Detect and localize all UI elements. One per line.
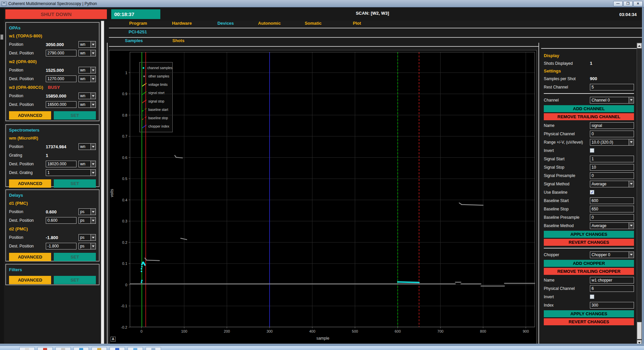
chevron-down-icon[interactable] [91, 67, 96, 73]
chevron-down-icon[interactable] [91, 209, 96, 215]
dock-handle-icon[interactable] [0, 34, 3, 40]
dest-grating-select[interactable]: 1 [46, 169, 96, 176]
signal-method-select[interactable]: Average [590, 181, 634, 187]
units-select[interactable]: wn [78, 75, 96, 82]
advanced-button[interactable]: ADVANCED [9, 253, 51, 261]
physical-channel-input[interactable]: 6 [590, 285, 634, 292]
advanced-button[interactable]: ADVANCED [9, 111, 51, 120]
nav-tab-somatic[interactable]: Somatic [291, 21, 335, 26]
minimize-button[interactable]: — [613, 1, 623, 6]
revert-changes-button[interactable]: REVERT CHANGES [544, 239, 634, 246]
chevron-down-icon[interactable] [91, 243, 96, 249]
baseline-presample-input[interactable]: 0 [590, 214, 634, 221]
apply-changes-button[interactable]: APPLY CHANGES [544, 310, 634, 317]
plot-canvas[interactable]: 010020030040050060070080090010.90.80.70.… [109, 50, 536, 344]
samples-plot[interactable]: sample volts A channel samplesother samp… [109, 50, 537, 345]
chevron-down-icon[interactable] [91, 217, 96, 223]
chopper-select[interactable]: Chopper 0 [590, 251, 634, 258]
tab-shots[interactable]: Shots [172, 38, 184, 43]
taskbar-app-icon[interactable] [37, 347, 53, 350]
rest-channel-input[interactable]: 5 [590, 84, 634, 91]
advanced-button[interactable]: ADVANCED [9, 179, 51, 188]
chevron-down-icon[interactable] [91, 41, 96, 47]
set-button[interactable]: SET [54, 179, 96, 188]
signal-stop-input[interactable]: 10 [590, 164, 634, 171]
chevron-down-icon[interactable] [629, 181, 634, 187]
baseline-stop-input[interactable]: 650 [590, 206, 634, 212]
units-select[interactable]: wn [78, 143, 96, 150]
chevron-down-icon[interactable] [91, 50, 96, 56]
panel-scrollbar[interactable] [637, 43, 642, 346]
chevron-down-icon[interactable] [629, 139, 634, 145]
taskbar-app-icon[interactable] [73, 347, 89, 350]
invert-checkbox[interactable] [590, 148, 594, 153]
add-channel-button[interactable]: ADD CHANNEL [544, 105, 634, 112]
nav-tab-devices[interactable]: Devices [204, 21, 248, 26]
baseline-method-select[interactable]: Average [590, 222, 634, 229]
range-v-uv-level-select[interactable]: 10.0 (320.0) [590, 139, 634, 146]
scroll-up-icon[interactable] [637, 43, 642, 48]
apply-changes-button[interactable]: APPLY CHANGES [544, 231, 634, 238]
sidebar-scrollbar[interactable] [101, 21, 104, 346]
tab-pci-6251[interactable]: PCI-6251 [129, 29, 147, 34]
dest-position-input[interactable]: 0.600 [46, 217, 76, 224]
dest-position-input[interactable]: -1.800 [46, 243, 76, 249]
invert-checkbox[interactable] [590, 295, 594, 299]
remove-trailing-channel-button[interactable]: REMOVE TRAILING CHANNEL [544, 113, 634, 120]
units-select[interactable]: wn [78, 161, 96, 167]
shutdown-button[interactable]: SHUT DOWN [5, 9, 107, 19]
dest-position-input[interactable]: 16500.000 [46, 101, 76, 108]
units-select[interactable]: wn [78, 101, 96, 108]
chevron-down-icon[interactable] [91, 234, 96, 240]
add-chopper-button[interactable]: ADD CHOPPER [544, 260, 634, 267]
nav-tab-program[interactable]: Program [116, 21, 160, 26]
baseline-start-input[interactable]: 600 [590, 197, 634, 204]
units-select[interactable]: wn [78, 93, 96, 99]
nav-tab-plot[interactable]: Plot [335, 21, 379, 26]
chevron-down-icon[interactable] [91, 161, 96, 167]
signal-start-input[interactable]: 1 [590, 156, 634, 162]
physical-channel-input[interactable]: 0 [590, 131, 634, 137]
units-select[interactable]: ps [78, 208, 96, 215]
right-splitter[interactable] [538, 43, 539, 346]
left-splitter[interactable] [107, 43, 108, 346]
index-input[interactable]: 300 [590, 302, 634, 309]
units-select[interactable]: ps [78, 217, 96, 224]
set-button[interactable]: SET [54, 253, 96, 261]
nav-tab-hardware[interactable]: Hardware [160, 21, 204, 26]
taskbar-app-icon[interactable] [55, 347, 71, 350]
use-baseline-checkbox[interactable]: ✓ [590, 190, 594, 194]
advanced-button[interactable]: ADVANCED [9, 276, 51, 284]
dest-position-input[interactable]: 1270.000 [46, 75, 76, 82]
taskbar-app-icon[interactable] [128, 347, 143, 350]
revert-changes-button[interactable]: REVERT CHANGES [544, 318, 634, 325]
units-select[interactable]: wn [78, 67, 96, 73]
chevron-down-icon[interactable] [91, 144, 96, 150]
taskbar-app-icon[interactable] [92, 347, 107, 350]
signal-presample-input[interactable]: 0 [590, 172, 634, 179]
remove-trailing-chopper-button[interactable]: REMOVE TRAILING CHOPPER [544, 268, 634, 275]
taskbar-app-icon[interactable] [110, 347, 125, 350]
maximize-button[interactable]: ❐ [623, 1, 633, 6]
close-button[interactable]: ✕ [633, 1, 643, 6]
set-button[interactable]: SET [54, 111, 96, 120]
taskbar-app-icon[interactable] [19, 347, 35, 350]
name-input[interactable]: w1 chopper [590, 277, 634, 284]
tab-samples[interactable]: Samples [125, 38, 143, 43]
set-button[interactable]: SET [54, 276, 96, 284]
units-select[interactable]: wn [78, 50, 96, 56]
units-select[interactable]: ps [78, 243, 96, 249]
chevron-down-icon[interactable] [91, 170, 96, 176]
channel-select[interactable]: Channel 0 [590, 97, 634, 104]
nav-tab-autonomic[interactable]: Autonomic [248, 21, 291, 26]
name-input[interactable]: signal [590, 122, 634, 129]
chevron-down-icon[interactable] [91, 76, 96, 82]
dest-position-input[interactable]: 18020.000 [46, 161, 76, 167]
scroll-thumb[interactable] [637, 322, 642, 339]
dest-position-input[interactable]: 2790.000 [46, 50, 76, 56]
taskbar-app-icon[interactable] [146, 347, 161, 350]
units-select[interactable]: ps [78, 234, 96, 241]
units-select[interactable]: wn [78, 41, 96, 48]
chevron-down-icon[interactable] [91, 93, 96, 99]
chevron-down-icon[interactable] [629, 97, 634, 103]
